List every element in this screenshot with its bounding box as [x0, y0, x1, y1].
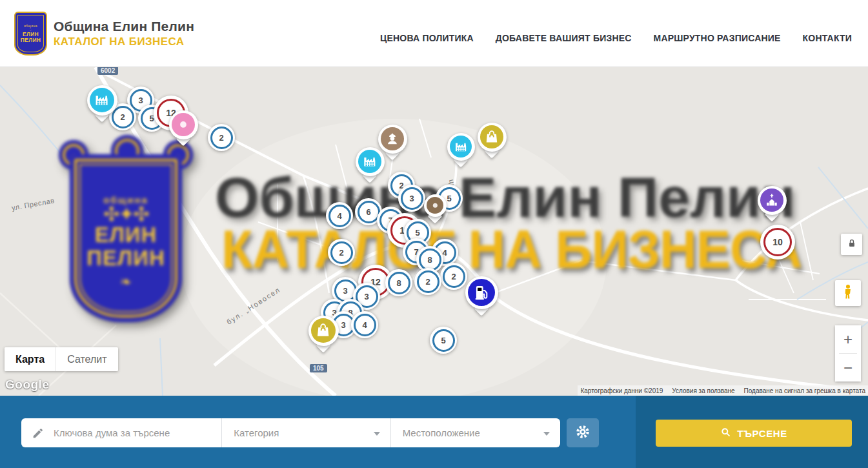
map-pin-worker[interactable] [378, 125, 407, 154]
location-placeholder: Местоположение [403, 427, 480, 438]
shopping-bag-icon [311, 318, 336, 343]
lock-control[interactable] [841, 234, 862, 255]
dot-icon [172, 113, 195, 136]
map-cluster-marker[interactable]: 10 [760, 225, 795, 259]
map-cluster-marker[interactable]: 3 [398, 185, 425, 212]
pin-body [465, 276, 498, 309]
cluster-count: 2 [210, 127, 233, 149]
map-cluster-marker[interactable]: 2 [414, 268, 441, 295]
gear-icon [574, 423, 591, 442]
chevron-down-icon [543, 432, 550, 436]
pin-body [758, 186, 787, 215]
map-pin-factory[interactable] [356, 147, 385, 176]
cluster-count: 3 [401, 187, 423, 210]
attribution-link[interactable]: Условия за ползване [672, 387, 734, 394]
site-title: Община Елин Пелин [54, 19, 194, 34]
cluster-count: 4 [354, 314, 376, 336]
search-icon [720, 427, 731, 440]
category-select[interactable]: Категория [222, 418, 390, 447]
map-pin-dot[interactable] [424, 194, 447, 217]
map-pin-factory[interactable] [447, 133, 475, 161]
cluster-count: 2 [443, 265, 465, 288]
shopping-bag-icon [480, 125, 503, 148]
search-button[interactable]: ТЪРСЕНЕ [656, 420, 852, 447]
google-logo[interactable]: Google [5, 378, 49, 392]
pencil-icon [32, 427, 45, 440]
map-marker-layer: 325122235647135274822128333834510 [0, 67, 868, 396]
pin-body [378, 125, 407, 154]
map-cluster-marker[interactable]: 4 [326, 202, 353, 229]
map-type-map-button[interactable]: Карта [5, 347, 56, 371]
pin-body [447, 133, 475, 161]
pin-body [478, 123, 507, 152]
logo-name-line2: ПЕЛИН [21, 37, 41, 43]
zoom-out-button[interactable]: − [835, 354, 861, 382]
brand-text: Община Елин Пелин КАТАЛОГ НА БИЗНЕСА [54, 19, 194, 48]
map-attribution: Картографски данни ©2019Условия за ползв… [578, 385, 868, 396]
pin-body [356, 147, 385, 176]
advanced-settings-button[interactable] [567, 418, 599, 447]
pin-body [424, 194, 447, 217]
brand[interactable]: община ჻ ЕЛИН ПЕЛИН Община Елин Пелин КА… [14, 12, 194, 56]
map-pin-shopping-bag[interactable] [308, 316, 339, 346]
map-cluster-marker[interactable]: 5 [430, 327, 457, 354]
zoom-control: + − [835, 325, 861, 382]
worker-icon [381, 127, 404, 150]
map-pin-factory[interactable] [87, 85, 117, 116]
dot-icon [427, 197, 443, 214]
search-button-label: ТЪРСЕНЕ [737, 428, 787, 439]
chevron-down-icon [374, 432, 380, 436]
location-select[interactable]: Местоположение [391, 418, 560, 447]
map-cluster-marker[interactable]: 2 [440, 263, 467, 290]
map-pin-church[interactable] [758, 186, 787, 215]
site-subtitle: КАТАЛОГ НА БИЗНЕСА [54, 36, 194, 48]
municipality-logo: община ჻ ЕЛИН ПЕЛИН [14, 12, 47, 56]
cluster-count: 4 [328, 205, 351, 227]
nav-item-add-business[interactable]: ДОБАВЕТЕ ВАШИЯТ БИЗНЕС [496, 33, 632, 43]
search-fields: Категория Местоположение [21, 418, 560, 447]
map-cluster-marker[interactable]: 2 [208, 124, 235, 151]
map-canvas[interactable]: 6002105 ул. Преславбул. „Новоселции общи… [0, 67, 868, 396]
map-cluster-marker[interactable]: 4 [351, 311, 378, 338]
pin-body [169, 110, 198, 139]
factory-icon [90, 88, 114, 112]
factory-icon [450, 136, 472, 158]
map-pin-shopping-bag[interactable] [478, 123, 507, 152]
map-pin-fuel[interactable] [465, 276, 498, 309]
pin-body [308, 316, 339, 346]
church-icon [760, 188, 783, 212]
map-type-control: Карта Сателит [5, 347, 118, 371]
nav-item-pricing[interactable]: ЦЕНОВА ПОЛИТИКА [380, 33, 474, 43]
street-view-pegman[interactable] [835, 280, 861, 306]
pegman-icon [840, 283, 856, 303]
cluster-count: 2 [417, 270, 439, 293]
keyword-input[interactable] [52, 427, 221, 439]
header: община ჻ ЕЛИН ПЕЛИН Община Елин Пелин КА… [0, 0, 868, 67]
main-nav: ЦЕНОВА ПОЛИТИКАДОБАВЕТЕ ВАШИЯТ БИЗНЕСМАР… [380, 33, 852, 43]
zoom-in-button[interactable]: + [835, 325, 861, 353]
map-type-satellite-button[interactable]: Сателит [56, 347, 117, 371]
cluster-count: 8 [388, 272, 410, 294]
fuel-icon [468, 279, 495, 306]
attribution-text: Картографски данни ©2019 [580, 387, 663, 394]
lock-icon [846, 238, 858, 252]
search-bar: Категория Местоположение ТЪРСЕНЕ [0, 396, 868, 468]
map-cluster-marker[interactable]: 8 [385, 269, 412, 296]
category-placeholder: Категория [234, 427, 279, 438]
keyword-field [21, 418, 222, 447]
attribution-link[interactable]: Подаване на сигнал за грешка в картата [744, 387, 865, 394]
pin-body [87, 85, 117, 116]
factory-icon [358, 150, 381, 173]
cluster-count: 5 [432, 329, 455, 352]
cluster-count: 10 [763, 228, 792, 256]
map-pin-dot[interactable] [169, 110, 198, 139]
nav-item-contacts[interactable]: КОНТАКТИ [803, 33, 852, 43]
cluster-count: 2 [330, 241, 353, 264]
nav-item-route-schedule[interactable]: МАРШРУТНО РАЗПИСАНИЕ [654, 33, 781, 43]
map-cluster-marker[interactable]: 2 [328, 239, 355, 266]
